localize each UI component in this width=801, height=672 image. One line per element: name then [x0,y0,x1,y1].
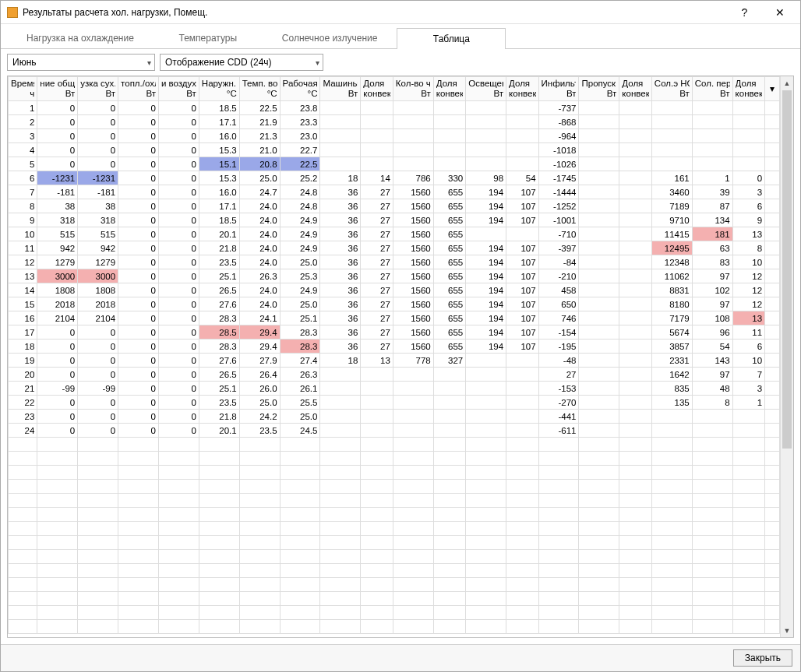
cell[interactable]: 36 [320,241,361,255]
cell[interactable]: 54 [506,171,539,185]
cell[interactable] [466,115,506,129]
cell[interactable]: 1560 [393,185,433,199]
cell[interactable]: 25.0 [280,410,320,424]
cell[interactable]: 746 [538,311,579,325]
cell[interactable]: 0 [118,143,159,157]
cell[interactable]: 38 [78,199,118,213]
cell[interactable]: 28.3 [199,311,239,325]
cell[interactable] [579,115,619,129]
cell[interactable]: 23.5 [239,424,280,438]
table-row[interactable]: 23000021.824.225.0-441 [9,410,780,424]
cell[interactable]: 0 [118,255,159,269]
cell[interactable]: 36 [320,227,361,241]
cell[interactable]: 17.1 [199,199,239,213]
cell[interactable]: 0 [37,396,78,410]
cell[interactable]: 24.0 [239,227,280,241]
cell[interactable]: 778 [393,354,433,368]
cell[interactable]: 22.5 [239,101,280,115]
cell[interactable]: 0 [78,101,118,115]
cell[interactable]: 330 [433,171,466,185]
cell[interactable] [320,424,361,438]
cell[interactable]: 0 [158,340,199,354]
cell[interactable]: 107 [506,297,539,311]
cell[interactable]: -210 [538,269,579,283]
cell[interactable] [466,227,506,241]
cell[interactable]: 36 [320,269,361,283]
cell[interactable]: 27.6 [199,354,239,368]
cell[interactable] [732,101,765,115]
cell[interactable]: 0 [118,396,159,410]
cell[interactable]: 24.9 [280,213,320,227]
cell[interactable] [579,255,619,269]
cell[interactable] [466,382,506,396]
cell[interactable]: 16.0 [199,129,239,143]
cell[interactable]: 0 [78,424,118,438]
cell[interactable]: 107 [506,185,539,199]
cell[interactable] [320,157,361,171]
scroll-thumb[interactable] [782,90,792,449]
cell[interactable]: 0 [37,368,78,382]
table-row[interactable]: 15201820180027.624.025.03627156065519410… [9,297,780,311]
cell[interactable] [619,129,652,143]
table-row[interactable]: 1000018.522.523.8-737 [9,101,780,115]
cell[interactable] [619,424,652,438]
cell[interactable]: 23.0 [280,129,320,143]
cell[interactable] [619,311,652,325]
cell[interactable]: 194 [466,325,506,340]
cell[interactable]: 0 [78,129,118,143]
cell[interactable]: 1560 [393,199,433,213]
cell[interactable]: 0 [118,368,159,382]
cell[interactable]: 1560 [393,227,433,241]
cell[interactable] [466,410,506,424]
table-row[interactable]: 12127912790023.524.025.03627156065519410… [9,255,780,269]
cell[interactable] [466,354,506,368]
cell[interactable]: 24 [9,424,37,438]
column-header[interactable]: Сол.э НСВт [651,77,692,101]
cell[interactable]: 0 [158,269,199,283]
cell[interactable]: 0 [118,185,159,199]
cell[interactable]: 26.5 [199,283,239,297]
column-header[interactable]: Времяч [9,77,37,101]
cell[interactable]: 0 [118,269,159,283]
scroll-down-icon[interactable]: ▼ [781,624,793,637]
cell[interactable] [433,368,466,382]
cell[interactable]: 0 [158,297,199,311]
cell[interactable] [579,101,619,115]
cell[interactable]: 17 [9,325,37,340]
cell[interactable] [320,129,361,143]
cell[interactable] [651,410,692,424]
cell[interactable]: 23.8 [280,101,320,115]
cell[interactable]: 29.4 [239,340,280,354]
cell[interactable]: 13 [732,227,765,241]
cell[interactable]: 9 [9,213,37,227]
cell[interactable] [433,115,466,129]
cell[interactable] [579,382,619,396]
cell[interactable] [393,368,433,382]
cell[interactable]: -1252 [538,199,579,213]
cell[interactable]: 26.3 [239,269,280,283]
cell[interactable]: 107 [506,325,539,340]
cell[interactable]: 25.0 [280,297,320,311]
cell[interactable]: 27 [361,241,393,255]
cell[interactable]: 0 [37,115,78,129]
cell[interactable]: 14 [361,171,393,185]
cell[interactable]: 21.8 [199,241,239,255]
cell[interactable]: 36 [320,185,361,199]
cell[interactable] [619,143,652,157]
cell[interactable]: 23.5 [199,255,239,269]
cell[interactable]: -611 [538,424,579,438]
cell[interactable]: 19 [9,354,37,368]
cell[interactable]: 26.3 [280,368,320,382]
cell[interactable] [619,269,652,283]
cell[interactable] [732,157,765,171]
cell[interactable]: 27.9 [239,354,280,368]
cell[interactable] [579,227,619,241]
cell[interactable]: 16.0 [199,185,239,199]
cell[interactable]: 36 [320,255,361,269]
cell[interactable]: 24.0 [239,255,280,269]
cell[interactable] [619,283,652,297]
table-row[interactable]: 16210421040028.324.125.13627156065519410… [9,311,780,325]
cell[interactable]: 107 [506,213,539,227]
cell[interactable]: 17.1 [199,115,239,129]
cell[interactable]: 0 [37,157,78,171]
